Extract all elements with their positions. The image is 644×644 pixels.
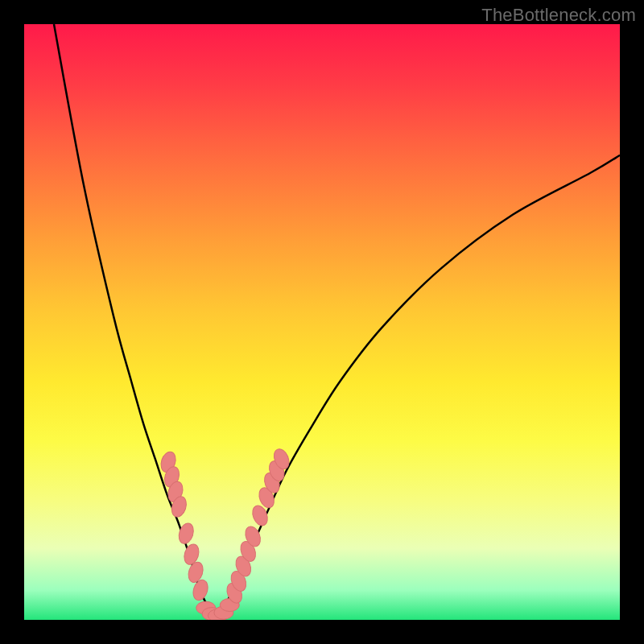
chart-svg	[24, 24, 620, 620]
watermark-text: TheBottleneck.com	[481, 5, 636, 26]
right-limb-curve	[215, 155, 620, 617]
plot-area	[24, 24, 620, 620]
data-markers	[159, 447, 291, 620]
outer-frame: TheBottleneck.com	[0, 0, 644, 644]
